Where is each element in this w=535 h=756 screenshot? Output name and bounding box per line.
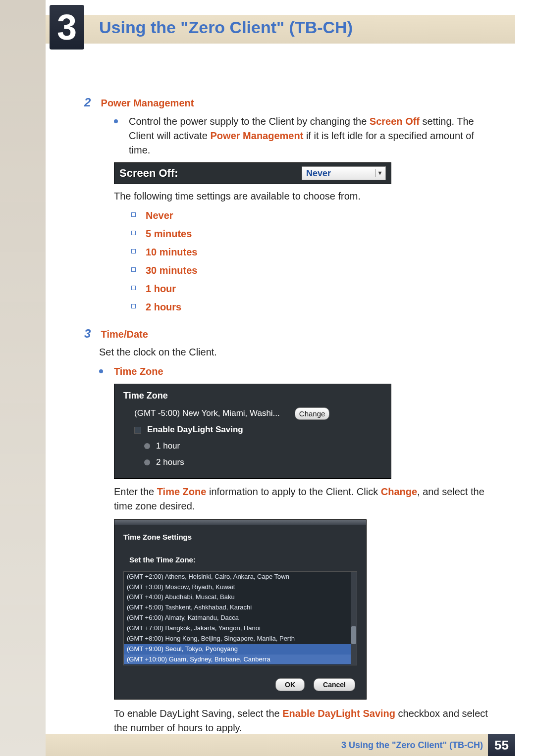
td-subtitle: Time Zone — [114, 364, 163, 379]
square-bullet-icon — [131, 231, 136, 235]
tz-radio-1hour[interactable]: 1 hour — [114, 440, 391, 453]
time-zone-settings-dialog: Time Zone Settings Set the Time Zone: (G… — [114, 519, 367, 700]
pm-option-label: 5 minutes — [146, 227, 192, 241]
footer-text: 3 Using the "Zero Client" (TB-CH) — [341, 740, 483, 751]
dialog-titlebar — [114, 520, 366, 525]
left-margin-strip — [0, 0, 46, 756]
pm-bullet-row: Control the power supply to the Client b… — [114, 114, 495, 157]
pm-emph-pm: Power Management — [211, 130, 304, 141]
footer-bar: 3 Using the "Zero Client" (TB-CH) 55 — [46, 734, 515, 756]
list-item[interactable]: (GMT +4:00) Abudhabi, Muscat, Baku — [124, 592, 357, 603]
pm-option-4: 1 hour — [131, 282, 495, 296]
step-3-title: Time/Date — [101, 329, 148, 340]
pm-options-intro: The following time settings are availabl… — [114, 189, 495, 203]
td-desc2-b: Enable DayLight Saving — [282, 708, 395, 719]
td-desc-2: To enable DayLight Saving, select the En… — [114, 706, 495, 735]
square-bullet-icon — [131, 212, 136, 217]
step-2-number: 2 — [84, 94, 98, 111]
step-3-number: 3 — [84, 325, 98, 343]
square-bullet-icon — [131, 304, 136, 308]
step-3-row: 3 Time/Date — [84, 325, 495, 343]
screen-off-value: Never — [306, 167, 331, 180]
list-item[interactable]: (GMT +11:00) Sea of Okhotsk — [124, 664, 357, 665]
pm-option-label: 10 minutes — [146, 245, 197, 259]
chapter-number-badge: 3 — [50, 5, 84, 50]
chevron-down-icon: ▾ — [375, 169, 381, 177]
pm-description: Control the power supply to the Client b… — [129, 114, 495, 157]
radio-icon[interactable] — [144, 443, 150, 449]
list-item[interactable]: (GMT +10:00) Guam, Sydney, Brisbane, Can… — [124, 655, 357, 665]
page-number-badge: 55 — [488, 734, 515, 756]
time-zone-panel: Time Zone (GMT -5:00) New York, Miami, W… — [114, 384, 391, 479]
checkbox-icon[interactable] — [134, 427, 141, 434]
main-content: 2 Power Management Control the power sup… — [84, 94, 495, 740]
page-title: Using the "Zero Client" (TB-CH) — [99, 18, 353, 37]
td-bullet-row: Time Zone — [99, 364, 495, 379]
pm-option-label: 30 minutes — [146, 263, 197, 278]
list-item-selected[interactable]: (GMT +9:00) Seoul, Tokyo, Pyongyang — [124, 644, 357, 655]
pm-option-1: 5 minutes — [131, 227, 495, 241]
td-intro: Set the clock on the Client. — [99, 345, 495, 359]
tz-enable-label: Enable DayLight Saving — [147, 424, 243, 436]
tz-enable-row[interactable]: Enable DayLight Saving — [114, 424, 391, 436]
radio-icon[interactable] — [144, 459, 150, 465]
pm-option-label: 2 hours — [146, 300, 181, 314]
list-item[interactable]: (GMT +8:00) Hong Kong, Beijing, Singapor… — [124, 634, 357, 644]
screen-off-label: Screen Off: — [119, 165, 178, 181]
step-2-title: Power Management — [101, 98, 194, 108]
list-item[interactable]: (GMT +2:00) Athens, Helsinki, Cairo, Ank… — [124, 572, 357, 582]
square-bullet-icon — [131, 286, 136, 290]
tzs-title: Time Zone Settings — [114, 525, 366, 552]
td-desc1-a: Enter the — [114, 486, 157, 497]
tz-radio-label: 2 hours — [156, 456, 184, 469]
list-item[interactable]: (GMT +6:00) Almaty, Katmandu, Dacca — [124, 613, 357, 623]
tz-current-value: (GMT -5:00) New York, Miami, Washi... — [134, 407, 280, 420]
tz-panel-title: Time Zone — [114, 389, 391, 402]
square-bullet-icon — [131, 267, 136, 272]
ok-button[interactable]: OK — [275, 678, 305, 691]
td-desc1-c: information to apply to the Client. Clic… — [206, 486, 380, 497]
cancel-button[interactable]: Cancel — [314, 678, 355, 691]
pm-emph-screenoff: Screen Off — [370, 116, 420, 127]
bullet-dot-icon — [114, 119, 118, 123]
list-item[interactable]: (GMT +5:00) Tashkent, Ashkhabad, Karachi — [124, 603, 357, 613]
list-item[interactable]: (GMT +3:00) Moscow, Riyadh, Kuwait — [124, 582, 357, 593]
tz-radio-2hours[interactable]: 2 hours — [114, 456, 391, 469]
tz-current-row: (GMT -5:00) New York, Miami, Washi... Ch… — [114, 407, 391, 420]
td-desc2-a: To enable DayLight Saving, select the — [114, 708, 282, 719]
tzs-button-row: OK Cancel — [114, 670, 366, 694]
pm-option-0: Never — [131, 208, 495, 223]
scrollbar-thumb[interactable] — [351, 626, 356, 644]
tzs-subtitle: Set the Time Zone: — [114, 552, 366, 569]
screen-off-dropdown[interactable]: Never ▾ — [302, 166, 386, 180]
tzs-listbox[interactable]: (GMT +2:00) Athens, Helsinki, Cairo, Ank… — [123, 571, 357, 665]
pm-option-label: 1 hour — [146, 282, 176, 296]
screen-off-panel: Screen Off: Never ▾ — [114, 162, 391, 184]
tz-radio-label: 1 hour — [156, 440, 180, 453]
td-desc-1: Enter the Time Zone information to apply… — [114, 485, 495, 513]
pm-text-1: Control the power supply to the Client b… — [129, 116, 370, 127]
pm-option-3: 30 minutes — [131, 263, 495, 278]
pm-option-label: Never — [146, 208, 173, 223]
td-desc1-d: Change — [381, 486, 417, 497]
pm-option-5: 2 hours — [131, 300, 495, 314]
pm-option-2: 10 minutes — [131, 245, 495, 259]
step-2-row: 2 Power Management — [84, 94, 495, 111]
scrollbar[interactable] — [351, 572, 357, 665]
square-bullet-icon — [131, 249, 136, 253]
td-desc1-b: Time Zone — [157, 486, 207, 497]
bullet-dot-icon — [99, 369, 103, 373]
change-button[interactable]: Change — [295, 407, 330, 420]
list-item[interactable]: (GMT +7:00) Bangkok, Jakarta, Yangon, Ha… — [124, 623, 357, 634]
